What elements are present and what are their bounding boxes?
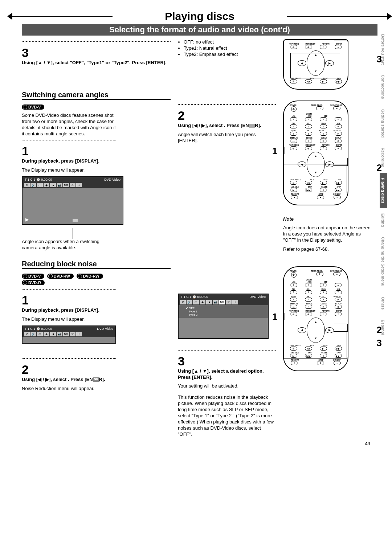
disc-badge: DVD-V <box>22 105 44 110</box>
step-instruction: During playback, press [DISPLAY]. <box>22 307 116 314</box>
callout-num: 1 <box>272 311 277 323</box>
note-ref: Refer to pages 67-68. <box>283 246 374 253</box>
page-title: Playing discs <box>165 10 234 22</box>
disc-badge: DVD-V <box>22 274 44 279</box>
nr-menu: OFF Type 1 Type 2 <box>179 305 268 318</box>
body-text: The Display menu will appear. <box>22 167 116 173</box>
subsection-heading: Switching camera angles <box>22 91 171 99</box>
display-screen: T 1 C 1 ⌚ 0:00:00DVD-Video ⟳🔊▭◈∎📷NR⟳+ <box>22 325 116 344</box>
side-tab: Editing <box>380 208 387 232</box>
display-screen: T 1 C 1 ⌚ 0:00:00DVD-Video ⟳🔊▭◈∎📷NR⟳+ ▶ <box>22 176 123 225</box>
section-subtitle: Selecting the format of audio and video … <box>22 24 377 36</box>
step-number: 2 <box>22 362 171 377</box>
step-number: 3 <box>178 354 276 368</box>
step-number: 2 <box>178 108 276 123</box>
disc-badge: DVD-RW <box>77 274 103 279</box>
body-text: This function reduces noise in the playb… <box>178 394 276 437</box>
step-instruction: Using [◀ / ▶], select . Press [ENTER]. <box>178 123 276 129</box>
side-tab: Others <box>380 292 387 315</box>
step-number: 3 <box>22 46 171 60</box>
side-tab: Español <box>380 315 387 340</box>
side-tab: Changing the Setup menu <box>380 232 387 291</box>
side-tab: Connections <box>380 70 387 104</box>
step-instruction: Using [◀ / ▶], select . Press [ENTER].NR <box>22 377 116 383</box>
note-text: Angle icon does not appear on the screen… <box>283 225 374 243</box>
display-screen: T 1 C 1 ⌚ 0:00:00DVD-Video ⟳🔊▭◈∎📷NR⟳+ OF… <box>178 294 269 339</box>
options-list: OFF: no effect Type1: Natural effect Typ… <box>178 39 276 57</box>
body-text: Some DVD-Video discs feature scenes shot… <box>22 112 116 137</box>
step-instruction: During playback, press [DISPLAY]. <box>22 158 116 164</box>
note-label: Note <box>283 216 374 222</box>
subsection-heading: Reducing block noise <box>22 260 171 268</box>
body-text: The Display menu will appear. <box>22 316 116 323</box>
side-tabs: Before you start Connections Getting sta… <box>380 29 389 340</box>
disc-badge: DVD-R <box>22 280 45 285</box>
disc-badge: DVD-RW <box>47 274 74 279</box>
body-text: Noise Reduction menu will appear. <box>22 386 116 392</box>
side-tab: Recording <box>380 143 387 172</box>
callout-num: 1 <box>272 146 277 157</box>
step-number: 1 <box>22 293 171 307</box>
side-tab: Getting started <box>380 104 387 143</box>
side-tab: Before you start <box>380 29 387 70</box>
page-number: 49 <box>365 441 370 446</box>
caption: Angle icon appears when a switching came… <box>22 239 116 251</box>
step-instruction: Using [▲ / ▼], select a desired option. … <box>178 368 276 381</box>
body-text: Your setting will be activated. <box>178 383 276 389</box>
body-text: Angle will switch each time you press [E… <box>178 132 276 144</box>
step-number: 1 <box>22 144 171 158</box>
side-tab-active: Playing discs <box>380 173 387 208</box>
step-instruction: Using [▲ / ▼], select "OFF", "Type1" or … <box>22 60 171 66</box>
